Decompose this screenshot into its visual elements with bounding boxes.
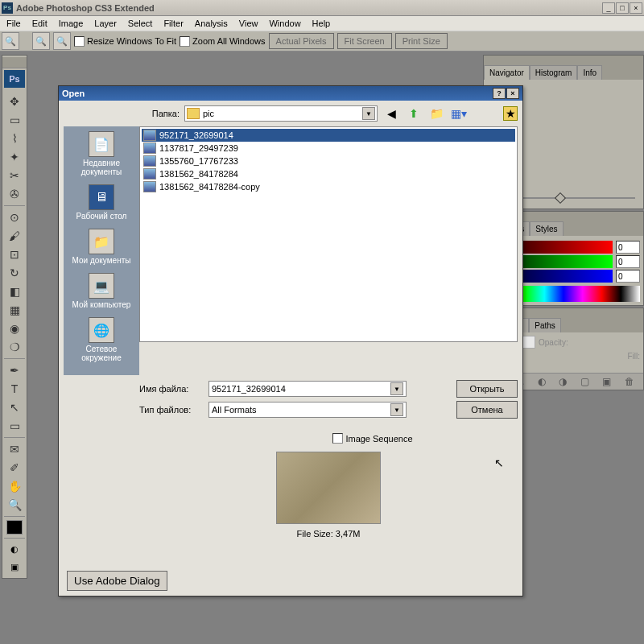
zoom-tool[interactable]: 🔍 [5,496,24,514]
zoom-out-icon[interactable]: 🔍 [53,32,71,50]
tab-navigator[interactable]: Navigator [484,65,530,80]
filesize-label: File Size: 3,47M [139,529,518,539]
image-sequence-checkbox[interactable] [332,433,343,444]
menu-select[interactable]: Select [123,17,158,30]
dodge-tool[interactable]: ❍ [5,338,24,356]
file-item[interactable]: 1137817_29497239 [142,142,515,155]
file-item[interactable]: 1381562_84178284-copy [142,180,515,193]
favorite-button[interactable]: ★ [503,106,518,121]
dialog-titlebar[interactable]: Open ? × [59,86,522,101]
menu-window[interactable]: Window [264,17,305,30]
use-adobe-dialog-button[interactable]: Use Adobe Dialog [67,571,167,591]
zoomall-label: Zoom All Windows [192,36,265,46]
cancel-button[interactable]: Отмена [456,401,518,419]
tab-info[interactable]: Info [577,65,602,80]
g-value[interactable] [616,255,640,268]
file-item[interactable]: 1355760_17767233 [142,155,515,167]
foreground-color[interactable] [6,520,23,535]
file-item[interactable]: 952171_32699014 [142,129,515,142]
notes-tool[interactable]: ✉ [5,440,24,458]
menu-view[interactable]: View [234,17,263,30]
shape-tool[interactable]: ▭ [5,417,24,435]
zoom-in-icon[interactable]: 🔍 [32,32,50,50]
opacity-label: Opacity: [539,338,568,347]
stamp-tool[interactable]: ⊡ [5,246,24,263]
filetype-select[interactable]: All Formats▼ [208,402,407,418]
file-item[interactable]: 1381562_84178284 [142,167,515,180]
maximize-button[interactable]: □ [616,2,629,14]
menu-analysis[interactable]: Analysis [190,17,233,30]
tab-styles[interactable]: Styles [530,221,563,236]
menu-filter[interactable]: Filter [159,17,188,30]
filename-input[interactable]: 952171_32699014▼ [208,381,407,397]
quickmask-toggle[interactable]: ◐ [5,541,24,557]
eraser-tool[interactable]: ◧ [5,283,24,300]
eyedropper-tool[interactable]: ✐ [5,459,24,477]
dialog-help-button[interactable]: ? [493,88,506,99]
place-documents[interactable]: 📁Мои документы [65,229,138,265]
minimize-button[interactable]: _ [602,2,615,14]
toolbox-grip[interactable] [2,57,27,68]
file-list[interactable]: 952171_32699014 1137817_29497239 1355760… [139,126,518,342]
mask-icon[interactable]: ◐ [538,376,546,387]
wand-tool[interactable]: ✦ [5,148,24,166]
lasso-tool[interactable]: ⌇ [5,130,24,147]
b-value[interactable] [616,270,640,283]
trash-icon[interactable]: 🗑 [625,376,634,387]
fit-screen-button[interactable]: Fit Screen [337,33,392,49]
up-button[interactable]: ⬆ [405,105,423,122]
folder-icon[interactable]: ▢ [580,376,589,387]
open-button[interactable]: Открыть [456,380,518,398]
heal-tool[interactable]: ⊙ [5,208,24,226]
chevron-down-icon[interactable]: ▼ [390,403,403,416]
image-file-icon [143,155,156,167]
toolbox: Ps ✥ ▭ ⌇ ✦ ✂ ✇ ⊙ 🖌 ⊡ ↻ ◧ ▦ ◉ ❍ ✒ T ↖ ▭ ✉… [2,55,27,579]
path-tool[interactable]: ↖ [5,398,24,416]
crop-tool[interactable]: ✂ [5,167,24,184]
marquee-tool[interactable]: ▭ [5,111,24,129]
resize-label: Resize Windows To Fit [87,36,176,46]
tab-histogram[interactable]: Histogram [530,65,578,80]
blur-tool[interactable]: ◉ [5,320,24,337]
place-desktop[interactable]: 🖥Рабочий стол [65,184,138,221]
menu-file[interactable]: File [2,17,26,30]
history-brush-tool[interactable]: ↻ [5,264,24,282]
ps-badge-icon: Ps [4,70,25,88]
folder-select[interactable]: pic ▼ [184,105,378,122]
place-recent[interactable]: 📄Недавние документы [65,131,138,176]
r-value[interactable] [616,241,640,254]
places-bar: 📄Недавние документы 🖥Рабочий стол 📁Мои д… [64,126,139,375]
chevron-down-icon[interactable]: ▼ [390,382,403,395]
image-sequence-label: Image Sequence [345,434,412,444]
back-button[interactable]: ◀ [382,105,400,122]
place-computer[interactable]: 💻Мой компьютер [65,273,138,309]
current-tool-icon[interactable]: 🔍 [2,32,19,50]
menu-help[interactable]: Help [308,17,336,30]
newfolder-button[interactable]: 📁 [427,105,445,122]
resize-checkbox[interactable] [74,36,85,47]
actual-pixels-button[interactable]: Actual Pixels [269,33,334,49]
slice-tool[interactable]: ✇ [5,185,24,203]
menu-image[interactable]: Image [54,17,89,30]
menu-edit[interactable]: Edit [27,17,52,30]
chevron-down-icon[interactable]: ▼ [362,107,375,120]
screenmode-toggle[interactable]: ▣ [5,559,24,575]
views-button[interactable]: ▦▾ [450,105,468,122]
close-button[interactable]: × [630,2,642,14]
tab-paths[interactable]: Paths [529,318,561,332]
move-tool[interactable]: ✥ [5,93,24,110]
app-titlebar: Ps Adobe Photoshop CS3 Extended _ □ × [0,0,644,16]
hand-tool[interactable]: ✋ [5,477,24,495]
dialog-close-button[interactable]: × [506,88,519,99]
adjustment-icon[interactable]: ◑ [559,376,567,387]
folder-name: pic [203,109,214,118]
print-size-button[interactable]: Print Size [395,33,448,49]
gradient-tool[interactable]: ▦ [5,301,24,319]
new-layer-icon[interactable]: ▣ [602,376,611,387]
brush-tool[interactable]: 🖌 [5,227,24,245]
pen-tool[interactable]: ✒ [5,361,24,379]
type-tool[interactable]: T [5,380,24,398]
zoomall-checkbox[interactable] [180,36,190,47]
menu-layer[interactable]: Layer [89,17,122,30]
place-network[interactable]: 🌐Сетевое окружение [65,317,138,362]
